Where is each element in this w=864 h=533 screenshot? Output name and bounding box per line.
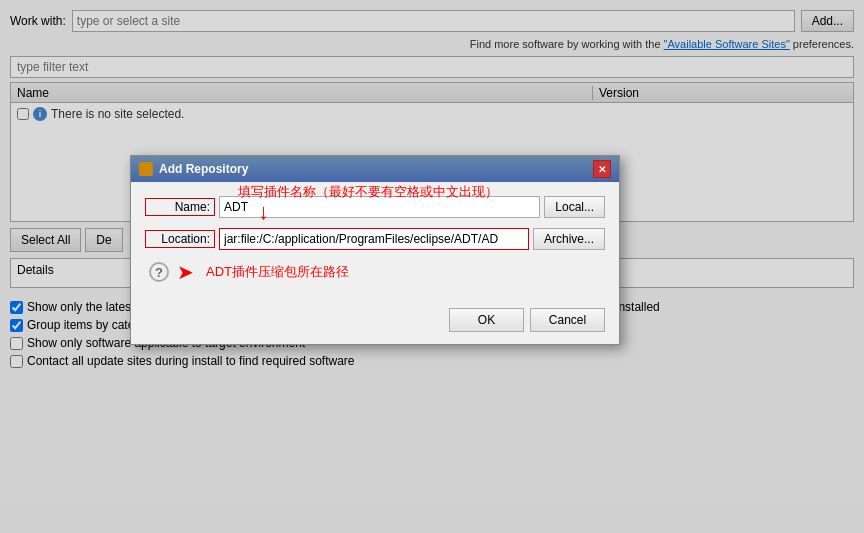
local-button[interactable]: Local... (544, 196, 605, 218)
dialog-titlebar: Add Repository ✕ (131, 156, 619, 182)
main-panel: Work with: Add... Find more software by … (0, 0, 864, 533)
ok-button[interactable]: OK (449, 308, 524, 332)
dialog-title-icon (139, 162, 153, 176)
name-label: Name: (145, 198, 215, 216)
dialog-title-text: Add Repository (159, 162, 248, 176)
name-field-row: Name: Local... (145, 196, 605, 218)
add-repository-dialog: Add Repository ✕ Name: Local... Location… (130, 155, 620, 345)
name-input[interactable] (219, 196, 540, 218)
dialog-body: Name: Local... Location: Archive... ? ➤ … (131, 182, 619, 304)
location-field-row: Location: Archive... (145, 228, 605, 250)
location-input[interactable] (219, 228, 529, 250)
cancel-button[interactable]: Cancel (530, 308, 605, 332)
annotation-row: ? ➤ ADT插件压缩包所在路径 (145, 260, 605, 284)
location-label: Location: (145, 230, 215, 248)
dialog-title-left: Add Repository (139, 162, 248, 176)
archive-button[interactable]: Archive... (533, 228, 605, 250)
dialog-footer: OK Cancel (131, 304, 619, 344)
annotation-text: ADT插件压缩包所在路径 (206, 263, 349, 281)
question-icon: ? (149, 262, 169, 282)
arrow-icon: ➤ (177, 260, 194, 284)
dialog-close-button[interactable]: ✕ (593, 160, 611, 178)
